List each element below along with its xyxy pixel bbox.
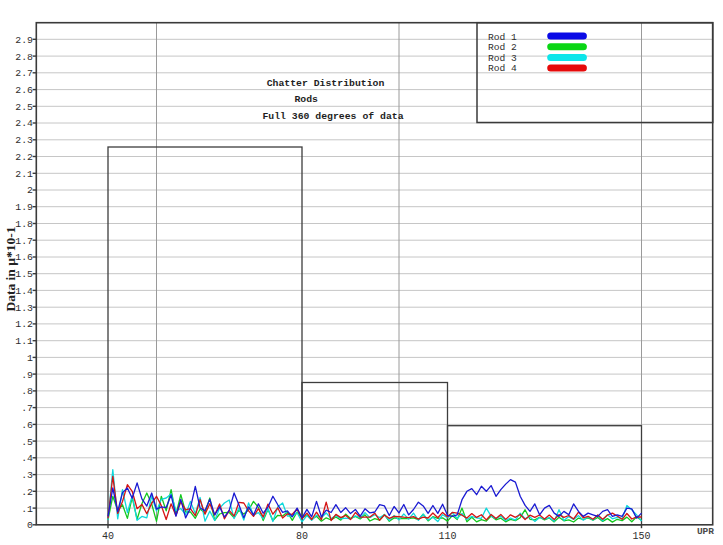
svg-text:Rod 4: Rod 4 [488, 63, 517, 74]
svg-text:.5: .5 [21, 437, 33, 448]
svg-text:2.6: 2.6 [15, 85, 33, 96]
svg-text:150: 150 [632, 531, 650, 542]
svg-text:.6: .6 [21, 420, 33, 431]
svg-text:2.5: 2.5 [15, 102, 33, 113]
svg-text:.3: .3 [21, 470, 33, 481]
svg-text:1.4: 1.4 [15, 286, 33, 297]
svg-text:1.9: 1.9 [15, 202, 33, 213]
svg-text:80: 80 [296, 531, 308, 542]
svg-text:1.8: 1.8 [15, 219, 33, 230]
svg-text:Data in µ*10-1: Data in µ*10-1 [3, 226, 18, 311]
svg-text:1.3: 1.3 [15, 303, 33, 314]
svg-text:2: 2 [27, 185, 33, 196]
svg-text:2.9: 2.9 [15, 35, 33, 46]
svg-text:Full 360 degrees of data: Full 360 degrees of data [262, 111, 403, 122]
svg-text:2.4: 2.4 [15, 118, 33, 129]
svg-text:1.5: 1.5 [15, 269, 33, 280]
svg-text:0: 0 [27, 520, 33, 531]
svg-text:Rods: Rods [294, 94, 318, 105]
svg-text:2.3: 2.3 [15, 135, 33, 146]
svg-text:110: 110 [438, 531, 456, 542]
svg-text:Chatter Distribution: Chatter Distribution [267, 78, 385, 89]
svg-text:Rod 2: Rod 2 [488, 42, 517, 53]
svg-text:1.2: 1.2 [15, 319, 33, 330]
svg-text:40: 40 [102, 531, 114, 542]
svg-text:.1: .1 [21, 504, 33, 515]
svg-text:1.1: 1.1 [15, 336, 33, 347]
svg-text:.7: .7 [21, 403, 33, 414]
svg-text:Rod 3: Rod 3 [488, 53, 517, 64]
svg-text:.4: .4 [21, 453, 33, 464]
svg-text:1.6: 1.6 [15, 252, 33, 263]
svg-text:2.7: 2.7 [15, 68, 33, 79]
svg-text:UPR: UPR [697, 526, 714, 537]
svg-text:.8: .8 [21, 386, 33, 397]
svg-text:.2: .2 [21, 487, 33, 498]
svg-text:Rod 1: Rod 1 [488, 32, 517, 43]
svg-text:2.8: 2.8 [15, 52, 33, 63]
svg-text:.9: .9 [21, 370, 33, 381]
svg-text:1.7: 1.7 [15, 236, 33, 247]
svg-text:1: 1 [27, 353, 33, 364]
svg-text:2.2: 2.2 [15, 152, 33, 163]
svg-text:2.1: 2.1 [15, 169, 33, 180]
